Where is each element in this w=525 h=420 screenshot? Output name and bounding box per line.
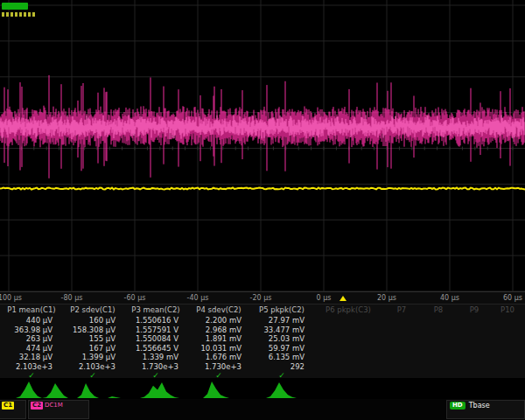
measurement-value bbox=[313, 334, 383, 344]
bottom-bar: C1DC1M -0 mV C2DC1M 10.0 mV + HDTbase 13… bbox=[0, 399, 525, 420]
measurement-value: 32.18 µV bbox=[2, 353, 61, 362]
measurement-value bbox=[383, 316, 420, 326]
measurement-value: 1.676 mV bbox=[187, 353, 250, 362]
time-label: 40 µs bbox=[440, 294, 459, 302]
status-text-yellow bbox=[2, 12, 37, 17]
histicon[interactable] bbox=[203, 379, 256, 398]
channel-c2-descriptor[interactable]: C2DC1M 10.0 mV bbox=[28, 400, 89, 419]
c2-scale: 10.0 mV bbox=[31, 418, 87, 419]
measurement-value: 10.031 mV bbox=[187, 344, 250, 354]
measurement-header[interactable]: P1 mean(C1) bbox=[2, 304, 61, 316]
c2-coupling: DC1M bbox=[45, 402, 63, 409]
measurement-header[interactable]: P3 mean(C2) bbox=[124, 304, 187, 316]
measurement-value bbox=[492, 326, 523, 335]
measurement-value: 6.135 mV bbox=[250, 353, 313, 362]
measurement-value bbox=[383, 334, 420, 344]
measurement-value: 167 µV bbox=[61, 344, 124, 354]
measurement-value: 1.557591 V bbox=[124, 326, 187, 335]
tbase-bits: 13 Bits bbox=[450, 418, 474, 419]
measurement-value: 155 µV bbox=[61, 334, 124, 344]
time-label: -40 µs bbox=[187, 294, 209, 302]
measurement-value: 1.730e+3 bbox=[124, 362, 187, 372]
histicons bbox=[0, 378, 525, 399]
measurement-value bbox=[313, 326, 383, 335]
measurement-value bbox=[457, 362, 492, 372]
tbase-scale: 20.0 µs/div bbox=[486, 418, 525, 419]
measurement-value bbox=[420, 334, 457, 344]
measurement-value bbox=[492, 334, 523, 344]
measurement-value bbox=[457, 344, 492, 354]
waveform-display[interactable] bbox=[0, 0, 525, 291]
measurement-value: 2.968 mV bbox=[187, 326, 250, 335]
time-axis: -100 µs-80 µs-60 µs-40 µs-20 µs0 µs20 µs… bbox=[0, 291, 525, 304]
measurement-header[interactable]: P10 bbox=[492, 304, 523, 316]
measurement-value bbox=[457, 316, 492, 326]
measurement-value bbox=[492, 362, 523, 372]
time-label: -80 µs bbox=[61, 294, 83, 302]
measurement-header[interactable]: P6 pkpk(C3) bbox=[313, 304, 383, 316]
measurement-value bbox=[420, 344, 457, 354]
measurement-value bbox=[383, 326, 420, 335]
time-label: 60 µs bbox=[503, 294, 522, 302]
histicon[interactable] bbox=[16, 379, 68, 398]
measurement-value: 27.97 mV bbox=[250, 316, 313, 326]
measurement-value: 2.200 mV bbox=[187, 316, 250, 326]
measurement-header[interactable]: P8 bbox=[420, 304, 457, 316]
measurement-value: 2.103e+3 bbox=[2, 362, 61, 372]
measurement-value bbox=[457, 353, 492, 362]
measurement-header[interactable]: P4 sdev(C2) bbox=[187, 304, 250, 316]
measurement-value: 25.03 mV bbox=[250, 334, 313, 344]
histicon[interactable] bbox=[266, 379, 318, 398]
status-chip-green[interactable] bbox=[2, 3, 28, 10]
measurement-value: 33.477 mV bbox=[250, 326, 313, 335]
measurement-value: 1.339 mV bbox=[124, 353, 187, 362]
measurement-value: 1.550084 V bbox=[124, 334, 187, 344]
time-label: -20 µs bbox=[250, 294, 272, 302]
measurement-value: 474 µV bbox=[2, 344, 61, 354]
measurement-value: 158.308 µV bbox=[61, 326, 124, 335]
c2-chip: C2 bbox=[31, 402, 43, 410]
measurement-value: 160 µV bbox=[61, 316, 124, 326]
histicon[interactable] bbox=[140, 379, 192, 398]
measurement-value: 1.399 µV bbox=[61, 353, 124, 362]
measurement-value bbox=[383, 344, 420, 354]
timebase-descriptor[interactable]: HDTbase 13 Bits20.0 µs/div bbox=[446, 400, 525, 419]
measurement-value bbox=[420, 353, 457, 362]
measurement-table: P1 mean(C1)P2 sdev(C1)P3 mean(C2)P4 sdev… bbox=[0, 304, 525, 378]
measurement-header[interactable]: P9 bbox=[457, 304, 492, 316]
measurement-value: 363.98 µV bbox=[2, 326, 61, 335]
measurement-value: 59.97 mV bbox=[250, 344, 313, 354]
waveform-traces bbox=[0, 0, 525, 291]
measurement-value bbox=[457, 334, 492, 344]
time-label: -60 µs bbox=[124, 294, 146, 302]
measurement-value: 440 µV bbox=[2, 316, 61, 326]
measurement-value bbox=[313, 344, 383, 354]
measurement-value bbox=[420, 316, 457, 326]
measurement-header[interactable]: P2 sdev(C1) bbox=[61, 304, 124, 316]
histicon[interactable] bbox=[77, 379, 130, 398]
measurement-value bbox=[313, 316, 383, 326]
measurement-value bbox=[492, 344, 523, 354]
tbase-label: Tbase bbox=[469, 402, 490, 410]
measurement-value: 1.556645 V bbox=[124, 344, 187, 354]
measurement-value bbox=[492, 353, 523, 362]
time-label: -100 µs bbox=[0, 294, 22, 302]
measurement-value bbox=[420, 362, 457, 372]
measurement-header[interactable]: P7 bbox=[383, 304, 420, 316]
measurement-value bbox=[383, 362, 420, 372]
time-label: 20 µs bbox=[377, 294, 396, 302]
measurement-value bbox=[383, 353, 420, 362]
measurement-value: 1.550616 V bbox=[124, 316, 187, 326]
measurement-value bbox=[420, 326, 457, 335]
c1-coupling: DC1M bbox=[4, 418, 22, 419]
measurement-value: 263 µV bbox=[2, 334, 61, 344]
measurement-value bbox=[492, 316, 523, 326]
measurement-value bbox=[313, 353, 383, 362]
hd-badge: HD bbox=[450, 402, 466, 410]
time-label: 0 µs bbox=[317, 294, 332, 302]
channel-c1-descriptor[interactable]: C1DC1M -0 mV bbox=[0, 400, 26, 419]
c1-chip: C1 bbox=[2, 402, 14, 410]
measurement-header[interactable]: P5 pkpk(C2) bbox=[250, 304, 313, 316]
oscilloscope-screen: -100 µs-80 µs-60 µs-40 µs-20 µs0 µs20 µs… bbox=[0, 0, 525, 420]
trigger-position-marker[interactable] bbox=[340, 296, 346, 301]
